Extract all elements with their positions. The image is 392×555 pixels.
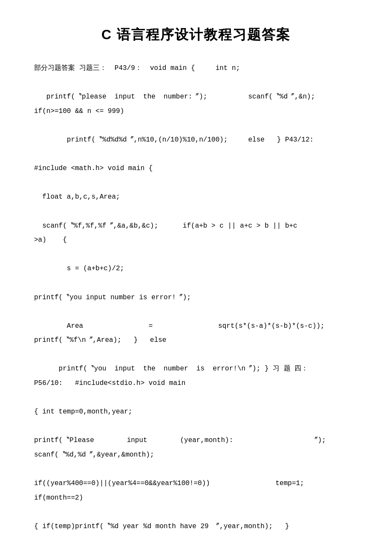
line-blank-1: [34, 76, 358, 90]
line-6: float a,b,c,s,Area;: [34, 190, 358, 205]
line-18: if((year%400==0)||(year%4==0&&year%100!=…: [34, 477, 358, 491]
line-16: printf(〝Please input (year,month): 〞);: [34, 434, 358, 448]
line-12: printf(〝%f\n〞,Area); } else: [34, 333, 358, 348]
line-17: scanf(〝%d,%d〞,&year,&month);: [34, 448, 358, 462]
line-4: printf(〝%d%d%d〞,n%10,(n/10)%10,n/100); e…: [34, 133, 358, 147]
line-8: >a) {: [34, 233, 358, 248]
line-blank-12: [34, 462, 358, 477]
line-blank-2: [34, 119, 358, 133]
line-blank-8: [34, 305, 358, 319]
line-9: s = (a+b+c)/2;: [34, 262, 358, 276]
line-13: printf(〝you input the number is error!\n…: [34, 362, 358, 376]
line-blank-7: [34, 276, 358, 291]
line-blank-5: [34, 205, 358, 219]
line-5: #include <math.h> void main {: [34, 162, 358, 176]
line-blank-4: [34, 176, 358, 191]
line-7: scanf(〝%f,%f,%f〞,&a,&b,&c); if(a+b > c |…: [34, 219, 358, 234]
line-2: printf(〝please input the number:〞); scan…: [34, 90, 358, 104]
line-blank-10: [34, 391, 358, 405]
page-title: C 语言程序设计教程习题答案: [34, 26, 358, 44]
line-11: Area = sqrt(s*(s-a)*(s-b)*(s-c));: [34, 319, 358, 334]
line-3: if(n>=100 && n <= 999): [34, 104, 358, 119]
line-blank-3: [34, 147, 358, 162]
line-blank-11: [34, 419, 358, 434]
line-blank-6: [34, 248, 358, 262]
line-15: { int temp=0,month,year;: [34, 405, 358, 419]
line-20: { if(temp)printf(〝%d year %d month have …: [34, 520, 358, 534]
content-area: 部分习题答案 习题三： P43/9： void main { int n; pr…: [34, 61, 358, 534]
line-blank-9: [34, 348, 358, 362]
line-19: if(month==2): [34, 491, 358, 506]
line-14: P56/10: #include<stdio.h> void main: [34, 376, 358, 391]
line-1: 部分习题答案 习题三： P43/9： void main { int n;: [34, 61, 358, 76]
line-10: printf(〝you input number is error!〞);: [34, 291, 358, 305]
line-blank-13: [34, 505, 358, 520]
